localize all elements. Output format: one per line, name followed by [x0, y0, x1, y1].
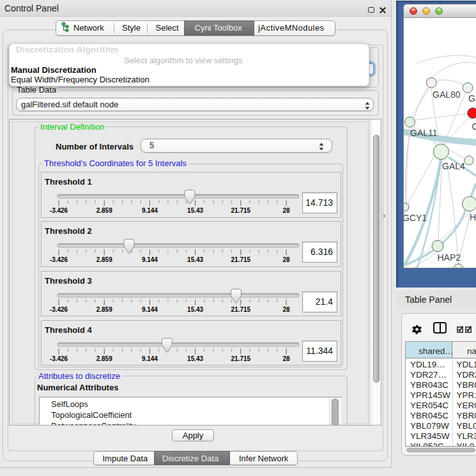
svg-text:GAL80: GAL80 — [433, 89, 461, 100]
svg-text:2.859: 2.859 — [96, 355, 112, 362]
svg-text:-3.426: -3.426 — [50, 207, 68, 214]
svg-text:21.715: 21.715 — [231, 355, 251, 362]
svg-text:9.144: 9.144 — [142, 207, 158, 214]
svg-text:15.43: 15.43 — [187, 256, 203, 263]
svg-text:GCY1: GCY1 — [404, 213, 427, 223]
svg-text:-3.426: -3.426 — [50, 305, 68, 312]
svg-text:CY: CY — [472, 121, 476, 132]
svg-text:2.859: 2.859 — [96, 256, 112, 263]
svg-text:GAL4: GAL4 — [442, 161, 465, 171]
svg-text:-3.426: -3.426 — [50, 256, 68, 263]
svg-text:9.144: 9.144 — [142, 355, 158, 362]
svg-text:2.859: 2.859 — [96, 305, 112, 312]
svg-text:21.715: 21.715 — [231, 207, 251, 214]
svg-text:15.43: 15.43 — [187, 305, 203, 312]
svg-text:21.715: 21.715 — [231, 256, 251, 263]
svg-text:21.715: 21.715 — [231, 305, 251, 312]
svg-text:GAL11: GAL11 — [410, 128, 438, 138]
svg-text:-3.426: -3.426 — [50, 355, 68, 362]
svg-text:2.859: 2.859 — [96, 207, 112, 214]
svg-text:15.43: 15.43 — [187, 207, 203, 214]
svg-text:28: 28 — [282, 256, 290, 263]
svg-text:28: 28 — [282, 305, 290, 312]
svg-text:HA: HA — [470, 212, 476, 222]
svg-text:HAP2: HAP2 — [438, 252, 461, 263]
svg-text:28: 28 — [282, 355, 290, 362]
svg-text:9.144: 9.144 — [142, 256, 158, 263]
svg-text:28: 28 — [282, 207, 290, 214]
svg-text:GA: GA — [468, 93, 476, 104]
svg-text:9.144: 9.144 — [142, 305, 158, 312]
svg-text:15.43: 15.43 — [187, 355, 203, 362]
